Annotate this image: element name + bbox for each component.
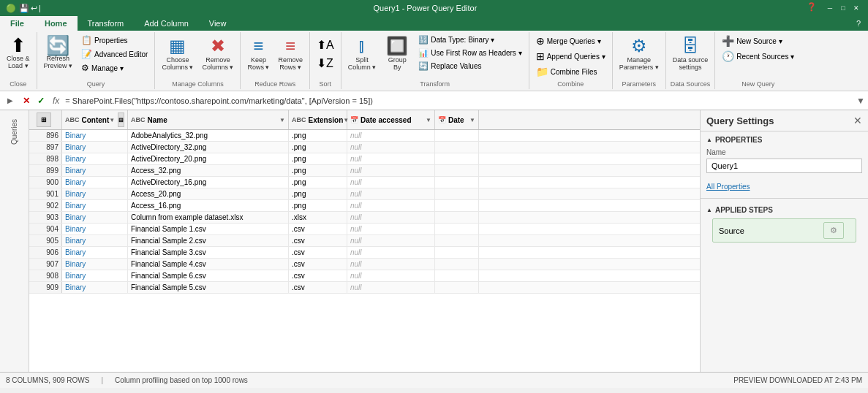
cell-extension: .png [289,153,347,164]
col-header-name[interactable]: ABC Name ▼ [128,110,289,129]
sort-desc-button[interactable]: ⬇Z [313,55,338,72]
properties-section: PROPERTIES Name All Properties [701,131,868,195]
undo-icon[interactable]: ↩ [31,4,37,13]
use-first-row-button[interactable]: 📊 Use First Row as Headers ▾ [415,47,525,59]
sort-asc-button[interactable]: ⬆A [313,37,338,53]
date2-type-icon: 📅 [438,116,446,123]
merge-queries-button[interactable]: ⊕ Merge Queries ▾ [532,34,609,48]
query-name-input[interactable] [706,159,862,173]
tab-view[interactable]: View [199,16,237,31]
binary-value: Binary [65,237,86,245]
table-row[interactable]: 907 Binary Financial Sample 4.csv .csv n… [29,259,700,270]
col-header-content[interactable]: ABC Content ▼ ⊞ [62,110,128,129]
binary-value: Binary [65,167,86,175]
name-field-label: Name [706,148,862,156]
expand-all-button[interactable]: ⊞ [37,112,51,127]
cell-name: Financial Sample 2.csv [128,235,289,246]
remove-columns-button[interactable]: ✖ RemoveColumns ▾ [198,34,237,73]
append-queries-button[interactable]: ⊞ Append Queries ▾ [532,49,609,64]
parameters-content: ⚙ ManageParameters ▾ [616,34,663,79]
table-row[interactable]: 896 Binary AdobeAnalytics_32.png .png nu… [29,130,700,142]
remove-rows-button[interactable]: ≡ RemoveRows ▾ [274,34,306,73]
name-sort-icon[interactable]: ▼ [279,117,285,123]
save-icon[interactable]: 💾 [19,4,29,13]
new-source-button[interactable]: ➕ New Source ▾ [718,34,798,48]
ribbon-group-sort: ⬆A ⬇Z Sort [310,32,341,89]
col-header-date-accessed[interactable]: 📅 Date accessed ▼ [347,110,435,129]
table-row[interactable]: 905 Binary Financial Sample 2.csv .csv n… [29,235,700,247]
cell-name: Financial Sample 1.csv [128,224,289,234]
formula-expand-right[interactable]: ▼ [856,96,865,106]
manage-button[interactable]: ⚙ Manage ▾ [78,61,151,75]
applied-steps-section: APPLIED STEPS Source ⚙ [701,202,868,247]
table-row[interactable]: 902 Binary Access_16.png .png null [29,200,700,212]
data-type-button[interactable]: 🔢 Data Type: Binary ▾ [415,34,525,46]
recent-sources-button[interactable]: 🕐 Recent Sources ▾ [718,49,798,64]
row-num-header: ⊞ [29,110,62,129]
formula-expand-button[interactable]: ▶ [3,94,18,108]
ribbon-help-icon[interactable]: ? [849,16,868,31]
cell-name: ActiveDirectory_16.png [128,177,289,188]
close-button[interactable]: ✕ [850,2,862,14]
table-row[interactable]: 899 Binary Access_32.png .png null [29,165,700,177]
table-row[interactable]: 900 Binary ActiveDirectory_16.png .png n… [29,177,700,188]
split-column-button[interactable]: ⫿ SplitColumn ▾ [344,34,380,73]
row-number: 900 [29,177,62,188]
choose-columns-button[interactable]: ▦ ChooseColumns ▾ [158,34,197,73]
data-source-settings-button[interactable]: 🗄 Data sourcesettings [669,34,712,73]
tab-home[interactable]: Home [34,16,78,31]
binary-value: Binary [65,178,86,186]
combine-files-button[interactable]: 📁 Combine Files [532,64,609,79]
date-sort-icon[interactable]: ▼ [426,117,431,123]
table-row[interactable]: 904 Binary Financial Sample 1.csv .csv n… [29,224,700,235]
cell-content: Binary [62,224,128,234]
cell-date-accessed: null [347,165,435,176]
help-button[interactable]: ❓ [807,2,817,14]
col-header-date2[interactable]: 📅 Date ▼ [435,110,479,129]
date-type-icon: 📅 [350,116,358,123]
date2-col-label: Date [448,116,464,124]
formula-input[interactable] [65,96,853,105]
row-number: 906 [29,247,62,258]
step-gear-icon[interactable]: ⚙ [823,222,844,239]
binary-value: Binary [65,283,86,291]
cell-date2 [435,224,479,234]
content-sort-icon[interactable]: ▼ [109,117,115,123]
cell-extension: .csv [289,247,347,258]
tab-add-column[interactable]: Add Column [134,16,199,31]
query-settings-close-button[interactable]: ✕ [853,115,862,126]
formula-confirm-button[interactable]: ✓ [35,96,47,106]
all-properties-link[interactable]: All Properties [706,183,750,191]
tab-file[interactable]: File [0,16,34,31]
formula-cancel-button[interactable]: ✕ [20,96,32,106]
replace-values-button[interactable]: 🔄 Replace Values [415,60,525,72]
table-row[interactable]: 906 Binary Financial Sample 3.csv .csv n… [29,247,700,259]
advanced-editor-button[interactable]: 📝 Advanced Editor [78,47,151,61]
tab-transform[interactable]: Transform [78,16,135,31]
table-row[interactable]: 898 Binary ActiveDirectory_20.png .png n… [29,153,700,165]
applied-step-source[interactable]: Source ⚙ [712,218,856,243]
keep-rows-button[interactable]: ≡ KeepRows ▾ [244,34,273,73]
group-by-button[interactable]: 🔲 GroupBy [382,34,412,73]
table-row[interactable]: 901 Binary Access_20.png .png null [29,188,700,200]
minimize-button[interactable]: ─ [824,2,836,14]
step-source-label: Source [719,226,744,235]
properties-button[interactable]: 📋 Properties [78,34,151,47]
close-load-button[interactable]: ⬆ Close &Load ▾ [3,34,34,72]
ribbon-content: ⬆ Close &Load ▾ Close 🔄 RefreshPreview ▾… [0,31,868,91]
table-row[interactable]: 897 Binary ActiveDirectory_32.png .png n… [29,142,700,153]
table-row[interactable]: 908 Binary Financial Sample 6.csv .csv n… [29,270,700,282]
null-value: null [350,272,362,280]
maximize-button[interactable]: □ [837,2,849,14]
refresh-preview-button[interactable]: 🔄 RefreshPreview ▾ [40,34,77,72]
col-header-extension[interactable]: ABC Extension ▼ [289,110,347,129]
row-number: 898 [29,153,62,164]
null-value: null [350,143,362,151]
grid-header: ⊞ ABC Content ▼ ⊞ ABC Name ▼ ABC Extensi… [29,110,700,130]
content-expand-button[interactable]: ⊞ [118,112,124,127]
date2-sort-icon[interactable]: ▼ [469,117,475,123]
cell-date2 [435,165,479,176]
table-row[interactable]: 909 Binary Financial Sample 5.csv .csv n… [29,282,700,294]
table-row[interactable]: 903 Binary Column from example dataset.x… [29,212,700,224]
manage-parameters-button[interactable]: ⚙ ManageParameters ▾ [616,34,663,73]
